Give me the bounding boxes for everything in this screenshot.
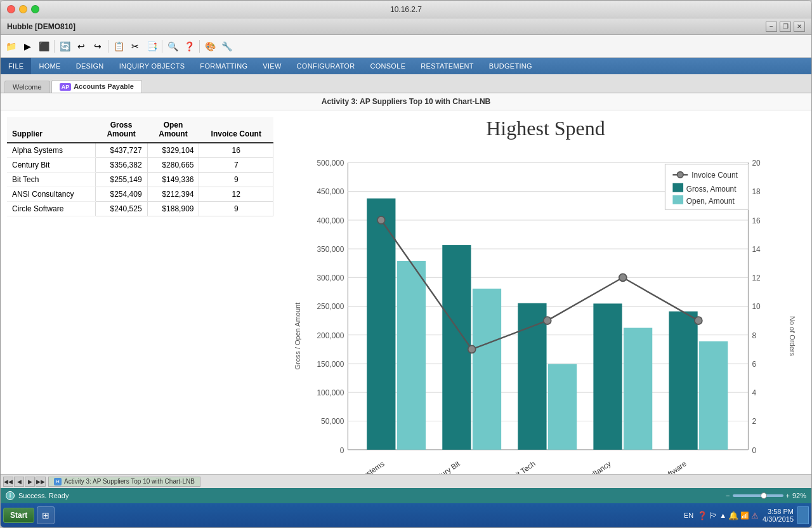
- svg-text:4: 4: [752, 388, 756, 397]
- status-bar: i Success. Ready − + 92%: [1, 488, 811, 503]
- menu-budgeting[interactable]: BUDGETING: [481, 58, 540, 74]
- tab-ap-label: Accounts Payable: [74, 82, 134, 90]
- svg-rect-23: [367, 199, 395, 450]
- zoom-minus[interactable]: −: [726, 492, 730, 499]
- svg-rect-25: [442, 245, 471, 450]
- svg-rect-32: [699, 341, 728, 450]
- tab-ap-icon: AP: [60, 83, 72, 91]
- nav-first[interactable]: ◀◀: [3, 477, 13, 487]
- status-info-icon: i: [6, 491, 15, 500]
- menu-inquiry-objects[interactable]: INQUIRY OBJECTS: [112, 58, 193, 74]
- svg-rect-61: [672, 195, 683, 204]
- toolbar-icon-play[interactable]: ▶: [20, 39, 35, 54]
- help-icon[interactable]: ❓: [697, 511, 707, 520]
- nav-last[interactable]: ▶▶: [36, 477, 46, 487]
- nav-next[interactable]: ▶: [25, 477, 35, 487]
- count-cell: 9: [199, 202, 273, 216]
- title-bar: 10.16.2.7: [1, 1, 811, 18]
- nav-buttons[interactable]: ◀◀ ◀ ▶ ▶▶: [3, 477, 46, 487]
- menu-view[interactable]: VIEW: [255, 58, 289, 74]
- open-cell: $329,104: [147, 143, 199, 158]
- svg-text:350,000: 350,000: [317, 245, 344, 254]
- svg-text:Circle Software: Circle Software: [641, 459, 688, 474]
- menu-configurator[interactable]: CONFIGURATOR: [289, 58, 363, 74]
- toolbar-icon-settings[interactable]: 🔧: [219, 39, 234, 54]
- app-minimize[interactable]: −: [766, 22, 777, 32]
- svg-rect-28: [548, 364, 577, 450]
- window-controls[interactable]: [7, 5, 39, 13]
- taskbar: Start ⊞ EN ❓ 🏳 ▲ 🔔 📶 ⚠ 3:58 PM 4/30/2015: [1, 503, 811, 527]
- svg-text:0: 0: [752, 446, 756, 455]
- table-row[interactable]: Bit Tech $255,149 $149,336 9: [7, 173, 273, 187]
- tab-welcome[interactable]: Welcome: [4, 81, 50, 93]
- close-button[interactable]: [7, 5, 15, 13]
- zoom-slider[interactable]: [733, 494, 783, 497]
- toolbar-icon-stop[interactable]: ⬛: [36, 39, 51, 54]
- sheet-tab-icon: H: [54, 478, 62, 485]
- svg-point-34: [468, 345, 476, 353]
- menu-console[interactable]: CONSOLE: [362, 58, 413, 74]
- toolbar-icon-design[interactable]: 🎨: [202, 39, 218, 54]
- toolbar-icon-help[interactable]: ❓: [181, 39, 197, 54]
- toolbar-icon-search[interactable]: 🔍: [165, 39, 180, 54]
- tab-accounts-payable[interactable]: APAccounts Payable: [51, 80, 142, 93]
- svg-text:Century Bit: Century Bit: [426, 459, 462, 474]
- window-top-title: 10.16.2.7: [390, 5, 422, 14]
- menu-design[interactable]: DESIGN: [69, 58, 112, 74]
- svg-text:Invoice Count: Invoice Count: [691, 171, 738, 180]
- toolbar-separator-1: [54, 40, 55, 53]
- minimize-button[interactable]: [19, 5, 27, 13]
- toolbar-icon-paste[interactable]: 📑: [144, 39, 159, 54]
- svg-rect-30: [624, 328, 652, 450]
- svg-text:Bit Tech: Bit Tech: [510, 459, 537, 474]
- count-cell: 9: [199, 173, 273, 187]
- toolbar-icon-cut[interactable]: ✂: [128, 39, 143, 54]
- menu-formatting[interactable]: FORMATTING: [192, 58, 255, 74]
- menu-file[interactable]: FILE: [1, 58, 31, 74]
- toolbar-icon-file[interactable]: 📁: [3, 39, 18, 54]
- flag2-icon: 🔔: [728, 511, 738, 520]
- flag-icon: 🏳: [709, 511, 717, 520]
- nav-prev[interactable]: ◀: [14, 477, 24, 487]
- open-cell: $188,909: [147, 202, 199, 216]
- toolbar-icon-undo[interactable]: ↩: [74, 39, 89, 54]
- svg-point-35: [544, 317, 551, 324]
- taskbar-app-icon[interactable]: ⊞: [37, 506, 55, 524]
- chart-svg: 500,000 450,000 400,000 350,000 300,000 …: [303, 147, 786, 474]
- sheet-tab-label: Activity 3: AP Suppliers Top 10 with Cha…: [64, 478, 195, 485]
- app-maximize[interactable]: ❐: [780, 22, 791, 32]
- table-row[interactable]: Century Bit $356,382 $280,665 7: [7, 158, 273, 173]
- network-icon: 📶: [740, 512, 749, 520]
- table-section: Supplier GrossAmount OpenAmount Invoice …: [1, 110, 280, 474]
- svg-text:12: 12: [752, 274, 761, 282]
- zoom-area: − + 92%: [726, 492, 806, 499]
- activity-bar: Activity 3: AP Suppliers Top 10 with Cha…: [1, 93, 811, 110]
- arrow-icon: ▲: [719, 512, 726, 519]
- app-controls[interactable]: − ❐ ✕: [766, 22, 805, 32]
- table-row[interactable]: Circle Software $240,525 $188,909 9: [7, 202, 273, 216]
- date-display: 4/30/2015: [763, 515, 794, 523]
- menu-restatement[interactable]: RESTATEMENT: [413, 58, 481, 74]
- menu-home[interactable]: HOME: [31, 58, 68, 74]
- zoom-plus[interactable]: +: [786, 492, 790, 499]
- svg-text:14: 14: [752, 245, 761, 254]
- table-row[interactable]: ANSI Consultancy $254,409 $212,394 12: [7, 187, 273, 202]
- app-close[interactable]: ✕: [794, 22, 805, 32]
- toolbar-icon-copy[interactable]: 📋: [111, 39, 126, 54]
- svg-rect-24: [397, 261, 426, 450]
- toolbar-icon-refresh[interactable]: 🔄: [57, 39, 72, 54]
- gross-cell: $240,525: [95, 202, 147, 216]
- maximize-button[interactable]: [31, 5, 39, 13]
- sheet-tab[interactable]: H Activity 3: AP Suppliers Top 10 with C…: [48, 477, 200, 487]
- toolbar-icon-redo[interactable]: ↪: [90, 39, 105, 54]
- tab-welcome-label: Welcome: [13, 83, 42, 91]
- svg-text:200,000: 200,000: [317, 331, 344, 340]
- svg-rect-27: [518, 303, 546, 450]
- gross-cell: $254,409: [95, 187, 147, 202]
- chart-container: Gross / Open Amount 500,000 450,000: [292, 147, 799, 474]
- svg-text:0: 0: [340, 446, 344, 455]
- table-row[interactable]: Alpha Systems $437,727 $329,104 16: [7, 143, 273, 158]
- open-cell: $212,394: [147, 187, 199, 202]
- status-info: i Success. Ready: [6, 491, 69, 500]
- start-button[interactable]: Start: [3, 508, 34, 523]
